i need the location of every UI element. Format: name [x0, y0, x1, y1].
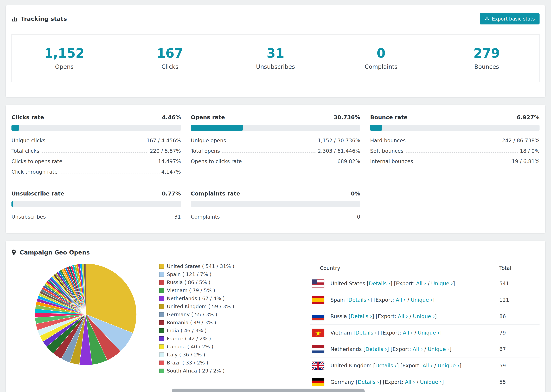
dotted-leader — [65, 163, 156, 163]
legend-item-spain: Spain ( 121 / 7% ) — [159, 271, 310, 277]
color-swatch — [159, 288, 164, 293]
legend-label: Brazil ( 33 / 2% ) — [167, 360, 208, 366]
rate-row-value: 2,303 / 61.446% — [318, 148, 360, 154]
stat-label: Complaints — [328, 63, 434, 70]
bar-chart-icon — [11, 16, 17, 22]
legend-item-united-states: United States ( 541 / 31% ) — [159, 263, 310, 269]
export-all-link[interactable]: All › — [396, 297, 406, 303]
rate-row: Unique clicks167 / 4.456% — [11, 135, 181, 146]
export-all-link[interactable]: All › — [403, 330, 413, 336]
color-swatch — [159, 280, 164, 285]
dotted-leader — [416, 163, 510, 163]
flag-es-icon — [312, 296, 324, 304]
rate-row-label: Hard bounces — [370, 138, 406, 143]
stat-value: 167 — [117, 46, 223, 61]
country-cell: Russia [Details ›] [Export: All › / Uniq… — [330, 313, 499, 319]
export-all-link[interactable]: All › — [405, 379, 415, 385]
rate-row-label: Total opens — [191, 148, 220, 154]
details-link[interactable]: Details › — [355, 330, 377, 336]
total-cell: 541 — [499, 280, 540, 287]
color-swatch — [159, 336, 164, 341]
export-unique-link[interactable]: Unique › — [438, 363, 459, 369]
total-cell: 86 — [499, 313, 540, 319]
color-swatch — [159, 361, 164, 365]
legend-label: Vietnam ( 79 / 5% ) — [167, 287, 215, 293]
separator: / — [408, 313, 413, 319]
export-unique-link[interactable]: Unique › — [428, 346, 449, 352]
country-name: Germany — [330, 379, 354, 385]
country-cell: Netherlands [Details ›] [Export: All › /… — [330, 346, 499, 352]
details-link[interactable]: Details › — [375, 363, 397, 369]
country-column-header: Country — [320, 265, 499, 271]
export-unique-link[interactable]: Unique › — [431, 280, 453, 287]
tracking-stats-title: Tracking stats — [11, 15, 67, 22]
rates-grid: Clicks rate4.46%Unique clicks167 / 4.456… — [11, 114, 540, 222]
total-cell: 59 — [499, 363, 540, 369]
tracking-stats-header: Tracking stats Export basic stats — [11, 13, 540, 24]
legend-label: Romania ( 49 / 3% ) — [167, 320, 216, 325]
rate-row-value: 1,152 / 30.736% — [318, 138, 360, 143]
rate-row: Internal bounces19 / 6.81% — [370, 156, 540, 167]
geo-pie-chart — [11, 262, 159, 390]
rate-row: Total opens2,303 / 61.446% — [191, 146, 360, 156]
country-name: Vietnam — [330, 330, 352, 336]
details-link[interactable]: Details › — [351, 313, 372, 319]
rate-row-value: 14.497% — [158, 158, 181, 164]
details-link[interactable]: Details › — [369, 280, 390, 287]
rate-head: Unsubscribe rate0.77% — [11, 190, 181, 197]
legend-label: Germany ( 55 / 3% ) — [167, 312, 217, 317]
total-cell: 79 — [499, 330, 540, 336]
details-link[interactable]: Details › — [365, 346, 387, 352]
rate-row: Unsubscribes31 — [11, 211, 181, 222]
stat-label: Clicks — [117, 63, 223, 70]
rate-progress-track — [191, 201, 360, 207]
rate-panel-opens-rate: Opens rate30.736%Unique opens1,152 / 30.… — [191, 114, 360, 177]
export-all-link[interactable]: All › — [423, 363, 433, 369]
export-all-link[interactable]: All › — [398, 313, 408, 319]
legend-item-italy: Italy ( 36 / 2% ) — [159, 352, 310, 358]
separator: / — [423, 346, 428, 352]
rate-rows: Unsubscribes31 — [11, 211, 181, 222]
legend-label: France ( 42 / 2% ) — [167, 336, 211, 342]
rate-progress-track — [11, 125, 181, 131]
export-all-link[interactable]: All › — [413, 346, 423, 352]
rate-row: Opens to clicks rate689.82% — [191, 156, 360, 167]
legend-item-india: India ( 46 / 3% ) — [159, 328, 310, 334]
rate-progress-track — [370, 125, 540, 131]
rate-title: Clicks rate — [11, 114, 44, 121]
geo-table-header: CountryTotal — [310, 262, 540, 275]
rate-rows: Unique clicks167 / 4.456%Total clicks220… — [11, 135, 181, 177]
rate-row: Unique opens1,152 / 30.736% — [191, 135, 360, 146]
legend-item-romania: Romania ( 49 / 3% ) — [159, 320, 310, 325]
separator: / — [415, 379, 420, 385]
stat-value: 0 — [328, 46, 434, 61]
horizontal-scrollbar[interactable] — [172, 389, 365, 392]
total-cell: 55 — [499, 379, 540, 385]
total-column-header: Total — [499, 265, 540, 271]
rate-row-value: 0 — [357, 214, 360, 220]
rate-row: Click through rate4.147% — [11, 167, 181, 177]
geo-table-row-gb: United Kingdom [Details ›] [Export: All … — [310, 357, 540, 374]
rate-progress-fill — [370, 125, 382, 131]
stat-cell-complaints: 0Complaints — [328, 34, 434, 82]
dotted-leader — [228, 142, 316, 142]
rate-percent: 30.736% — [333, 114, 360, 121]
geo-body: United States ( 541 / 31% )Spain ( 121 /… — [11, 262, 540, 390]
rate-percent: 4.46% — [162, 114, 181, 121]
export-unique-link[interactable]: Unique › — [420, 379, 442, 385]
export-unique-link[interactable]: Unique › — [411, 297, 432, 303]
export-all-link[interactable]: All › — [416, 280, 426, 287]
rate-progress-fill — [11, 201, 13, 207]
geo-table-row-es: Spain [Details ›] [Export: All › / Uniqu… — [310, 292, 540, 308]
export-unique-link[interactable]: Unique › — [413, 313, 435, 319]
legend-item-brazil: Brazil ( 33 / 2% ) — [159, 360, 310, 366]
rate-row-label: Click through rate — [11, 169, 57, 175]
country-name: Russia — [330, 313, 347, 319]
rate-head: Clicks rate4.46% — [11, 114, 181, 121]
details-link[interactable]: Details › — [358, 379, 379, 385]
export-basic-stats-button[interactable]: Export basic stats — [480, 13, 540, 24]
details-link[interactable]: Details › — [348, 297, 370, 303]
export-unique-link[interactable]: Unique › — [418, 330, 440, 336]
country-cell: United States [Details ›] [Export: All ›… — [330, 280, 499, 287]
rate-row-label: Clicks to opens rate — [11, 158, 62, 164]
